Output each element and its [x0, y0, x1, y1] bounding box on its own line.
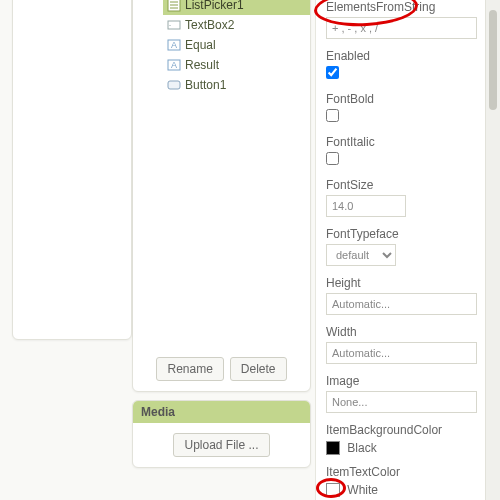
prop-label: ElementsFromString [326, 0, 477, 14]
rename-button[interactable]: Rename [156, 357, 223, 381]
fontitalic-checkbox[interactable] [326, 152, 339, 165]
svg-text:A: A [171, 40, 177, 50]
prop-itembackgroundcolor: ItemBackgroundColor Black [326, 423, 477, 455]
components-panel: ListPicker1 TextBox2 A Equal A [132, 0, 311, 392]
svg-rect-10 [168, 81, 180, 89]
prop-height: Height [326, 276, 477, 315]
component-label: Button1 [185, 78, 226, 92]
color-swatch-icon[interactable] [326, 483, 340, 497]
preview-card [12, 0, 132, 340]
prop-enabled: Enabled [326, 49, 477, 82]
prop-fonttypeface: FontTypeface default [326, 227, 477, 266]
prop-label: FontSize [326, 178, 477, 192]
prop-label: ItemTextColor [326, 465, 477, 479]
properties-panel: ElementsFromString Enabled FontBold Font… [315, 0, 485, 500]
fontsize-input[interactable] [326, 195, 406, 217]
label-icon: A [167, 58, 181, 72]
media-panel: Media Upload File ... [132, 400, 311, 468]
component-item-listpicker1[interactable]: ListPicker1 [163, 0, 310, 15]
prop-label: FontTypeface [326, 227, 477, 241]
textbox-icon [167, 18, 181, 32]
component-item-equal[interactable]: A Equal [163, 35, 310, 55]
prop-elementsfromstring: ElementsFromString [326, 0, 477, 39]
prop-image: Image [326, 374, 477, 413]
color-name: Black [347, 441, 376, 455]
prop-label: Height [326, 276, 477, 290]
prop-fontitalic: FontItalic [326, 135, 477, 168]
width-input[interactable] [326, 342, 477, 364]
list-icon [167, 0, 181, 12]
component-item-textbox2[interactable]: TextBox2 [163, 15, 310, 35]
fontbold-checkbox[interactable] [326, 109, 339, 122]
component-item-result[interactable]: A Result [163, 55, 310, 75]
component-label: Result [185, 58, 219, 72]
component-label: TextBox2 [185, 18, 234, 32]
height-input[interactable] [326, 293, 477, 315]
prop-label: Image [326, 374, 477, 388]
prop-label: FontBold [326, 92, 477, 106]
media-header: Media [133, 401, 310, 423]
elementsfromstring-input[interactable] [326, 17, 477, 39]
vertical-scrollbar[interactable] [485, 0, 500, 500]
delete-button[interactable]: Delete [230, 357, 287, 381]
preview-column [0, 0, 132, 500]
prop-width: Width [326, 325, 477, 364]
scrollbar-thumb[interactable] [489, 10, 497, 110]
svg-text:A: A [171, 60, 177, 70]
component-label: Equal [185, 38, 216, 52]
components-tree: ListPicker1 TextBox2 A Equal A [133, 0, 310, 95]
prop-itemtextcolor: ItemTextColor White [326, 465, 477, 497]
prop-label: Width [326, 325, 477, 339]
button-icon [167, 78, 181, 92]
prop-label: ItemBackgroundColor [326, 423, 477, 437]
label-icon: A [167, 38, 181, 52]
prop-label: FontItalic [326, 135, 477, 149]
image-input[interactable] [326, 391, 477, 413]
component-label: ListPicker1 [185, 0, 244, 12]
prop-fontsize: FontSize [326, 178, 477, 217]
fonttypeface-select[interactable]: default [326, 244, 396, 266]
prop-label: Enabled [326, 49, 477, 63]
prop-fontbold: FontBold [326, 92, 477, 125]
upload-file-button[interactable]: Upload File ... [173, 433, 269, 457]
component-item-button1[interactable]: Button1 [163, 75, 310, 95]
color-swatch-icon[interactable] [326, 441, 340, 455]
color-name: White [347, 483, 378, 497]
enabled-checkbox[interactable] [326, 66, 339, 79]
